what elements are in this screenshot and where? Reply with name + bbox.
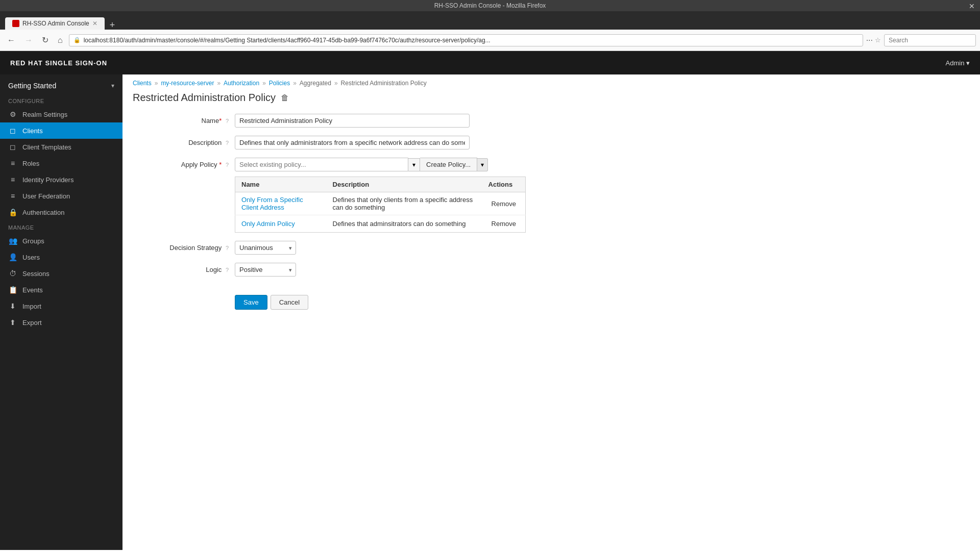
bookmark-icon[interactable]: ☆ [875,36,881,44]
sidebar-item-roles[interactable]: ≡ Roles [0,155,122,171]
breadcrumb-sep3: » [262,80,266,87]
remove-policy-button[interactable]: Remove [488,199,519,209]
nav-forward-button[interactable]: → [21,34,36,46]
content-area: Restricted Administration Policy 🗑 Name*… [122,92,980,328]
brand-label: RED HAT SINGLE SIGN-ON [10,59,107,67]
cancel-button[interactable]: Cancel [271,295,308,310]
sidebar-item-label: Identity Providers [22,176,74,184]
logic-info-icon[interactable]: ? [226,267,229,273]
breadcrumb: Clients » my-resource-server » Authoriza… [122,74,980,92]
policy-desc-cell: Defines that only clients from a specifi… [327,192,482,215]
main-content: Clients » my-resource-server » Authoriza… [122,74,980,550]
active-tab[interactable]: RH-SSO Admin Console ✕ [5,17,105,30]
page-title: Restricted Administration Policy [133,92,276,104]
sidebar-section-header[interactable]: Getting Started ▾ [0,74,122,94]
configure-label: Configure [0,94,122,106]
client-templates-icon: ◻ [8,143,17,151]
sidebar-item-identity-providers[interactable]: ≡ Identity Providers [0,171,122,188]
description-info-icon[interactable]: ? [226,140,229,146]
sidebar-chevron-icon: ▾ [111,82,114,89]
sidebar-item-user-federation[interactable]: ≡ User Federation [0,188,122,204]
nav-actions: ··· ☆ [866,36,881,45]
create-policy-button[interactable]: Create Policy... [420,158,477,171]
sidebar-item-label: Users [22,254,40,261]
name-info-icon[interactable]: ? [226,118,229,124]
name-label: Name* ? [133,114,235,124]
breadcrumb-sep4: » [293,80,297,87]
description-input[interactable] [235,136,470,149]
col-actions: Actions [482,177,526,192]
select-policy-dropdown-button[interactable]: ▾ [408,158,420,171]
decision-strategy-group: Decision Strategy ? Unanimous Affirmativ… [133,241,970,255]
delete-icon[interactable]: 🗑 [281,93,289,103]
browser-tabs: RH-SSO Admin Console ✕ + [0,11,980,30]
sidebar-item-clients[interactable]: ◻ Clients [0,122,122,139]
policy-desc-cell: Defines that adminsitrators can do somet… [327,215,482,233]
policy-table: Name Description Actions Only From a Spe… [235,177,526,233]
create-policy-arrow-button[interactable]: ▾ [477,158,488,171]
breadcrumb-authorization[interactable]: Authorization [224,80,259,87]
remove-policy-button[interactable]: Remove [488,219,519,229]
nav-home-button[interactable]: ⌂ [55,34,66,46]
apply-policy-label: Apply Policy * ? [133,158,235,168]
breadcrumb-clients[interactable]: Clients [133,80,152,87]
users-icon: 👤 [8,253,17,261]
sidebar-item-label: Clients [22,127,43,135]
nav-more-icon[interactable]: ··· [866,36,873,45]
sidebar-item-groups[interactable]: 👥 Groups [0,233,122,249]
decision-strategy-select-wrapper: Unanimous Affirmative Consensus [235,241,296,255]
clients-icon: ◻ [8,127,17,135]
breadcrumb-aggregated: Aggregated [300,80,331,87]
apply-policy-required: * [217,161,222,168]
nav-back-button[interactable]: ← [4,34,18,46]
breadcrumb-policies[interactable]: Policies [269,80,290,87]
lock-icon: 🔒 [74,37,81,43]
apply-policy-info-icon[interactable]: ? [226,162,229,168]
form-buttons: Save Cancel [133,285,970,310]
manage-label: Manage [0,220,122,233]
select-policy-input[interactable] [235,158,408,171]
address-bar[interactable]: 🔒 localhost:8180/auth/admin/master/conso… [69,34,863,46]
name-input[interactable] [235,114,470,128]
logic-select[interactable]: Positive Negative [235,263,296,277]
nav-reload-button[interactable]: ↻ [39,34,52,46]
sidebar-item-client-templates[interactable]: ◻ Client Templates [0,139,122,155]
sidebar-item-sessions[interactable]: ⏱ Sessions [0,265,122,282]
page-title-row: Restricted Administration Policy 🗑 [133,92,970,104]
breadcrumb-sep5: » [334,80,338,87]
sidebar-item-realm-settings[interactable]: ⚙ Realm Settings [0,106,122,122]
browser-title-bar: RH-SSO Admin Console - Mozilla Firefox ✕ [0,0,980,11]
decision-strategy-select[interactable]: Unanimous Affirmative Consensus [235,241,296,255]
sidebar-item-export[interactable]: ⬆ Export [0,314,122,331]
name-field-group: Name* ? [133,114,970,128]
search-input[interactable] [884,34,976,46]
policy-name-cell: Only From a Specific Client Address [235,192,327,215]
browser-title: RH-SSO Admin Console - Mozilla Firefox [434,2,546,9]
sidebar: Getting Started ▾ Configure ⚙ Realm Sett… [0,74,122,550]
address-text: localhost:8180/auth/admin/master/console… [84,37,859,44]
identity-providers-icon: ≡ [8,176,17,184]
new-tab-button[interactable]: + [105,20,120,30]
import-icon: ⬇ [8,302,17,310]
breadcrumb-resource-server[interactable]: my-resource-server [161,80,214,87]
description-field-group: Description ? [133,136,970,149]
sidebar-item-label: Import [22,303,41,310]
save-button[interactable]: Save [235,295,267,310]
policy-actions-cell: Remove [482,192,526,215]
browser-close-icon[interactable]: ✕ [969,2,975,10]
sidebar-item-events[interactable]: 📋 Events [0,282,122,298]
decision-strategy-label: Decision Strategy ? [133,241,235,252]
sidebar-item-label: Roles [22,160,39,167]
tab-close-icon[interactable]: ✕ [92,20,97,27]
policy-name-link[interactable]: Only Admin Policy [241,220,295,228]
decision-strategy-info-icon[interactable]: ? [226,245,229,251]
sidebar-item-label: User Federation [22,192,70,200]
sidebar-item-label: Authentication [22,209,64,216]
user-menu[interactable]: Admin ▾ [946,59,970,67]
apply-policy-controls: ▾ Create Policy... ▾ Name Description [235,158,526,233]
sidebar-item-authentication[interactable]: 🔒 Authentication [0,204,122,220]
sidebar-item-users[interactable]: 👤 Users [0,249,122,265]
policy-name-link[interactable]: Only From a Specific Client Address [241,196,303,211]
sidebar-item-import[interactable]: ⬇ Import [0,298,122,314]
sidebar-item-label: Export [22,319,42,327]
